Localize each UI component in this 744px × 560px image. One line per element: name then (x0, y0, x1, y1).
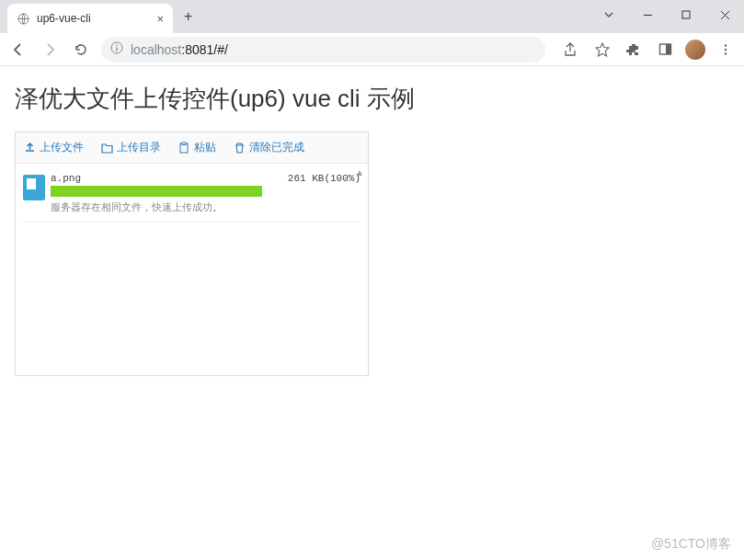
address-bar[interactable]: localhost:8081/#/ (101, 37, 545, 63)
url-text: localhost:8081/#/ (131, 42, 228, 57)
page-title: 泽优大文件上传控件(up6) vue cli 示例 (15, 83, 729, 115)
svg-point-3 (116, 45, 118, 47)
file-name: a.png (51, 173, 81, 184)
browser-tab[interactable]: up6-vue-cli × (7, 4, 173, 33)
file-list[interactable]: ▲ a.png 261 KB(100%) 服务器存在相同文件，快速上传成功。 (16, 164, 368, 375)
svg-rect-0 (682, 11, 690, 18)
menu-icon[interactable] (715, 43, 737, 56)
close-button[interactable] (705, 0, 744, 29)
globe-icon (17, 12, 29, 25)
chevron-down-icon[interactable] (589, 0, 628, 29)
browser-toolbar: localhost:8081/#/ (0, 33, 744, 66)
upload-panel: 上传文件 上传目录 粘贴 清除已完成 ▲ (15, 131, 369, 376)
minimize-button[interactable] (628, 0, 667, 29)
scroll-up-icon[interactable]: ▲ (355, 167, 364, 177)
tab-title: up6-vue-cli (37, 12, 149, 25)
progress-track (51, 186, 262, 197)
page-content: 泽优大文件上传控件(up6) vue cli 示例 上传文件 上传目录 粘贴 (0, 66, 744, 393)
back-button[interactable] (7, 42, 29, 57)
star-icon[interactable] (591, 42, 613, 57)
extensions-icon[interactable] (623, 42, 645, 57)
reload-button[interactable] (70, 42, 92, 57)
avatar[interactable] (685, 40, 705, 60)
window-controls (589, 0, 744, 29)
svg-point-8 (725, 52, 727, 54)
watermark: @51CTO博客 (651, 536, 731, 553)
clear-done-button[interactable]: 清除已完成 (233, 140, 304, 155)
svg-point-7 (725, 48, 727, 50)
folder-icon (100, 142, 113, 154)
svg-point-6 (725, 44, 727, 46)
upload-dir-button[interactable]: 上传目录 (100, 140, 161, 155)
file-icon (23, 175, 45, 200)
svg-rect-5 (666, 44, 671, 54)
share-icon[interactable] (560, 42, 582, 57)
maximize-button[interactable] (667, 0, 705, 29)
file-size: 261 KB(100%) (288, 173, 361, 184)
upload-icon (23, 142, 36, 154)
svg-rect-10 (182, 143, 186, 145)
panel-icon[interactable] (654, 42, 676, 56)
new-tab-button[interactable]: + (178, 8, 198, 25)
upload-file-button[interactable]: 上传文件 (23, 140, 84, 155)
file-status: 服务器存在相同文件，快速上传成功。 (51, 200, 361, 214)
panel-toolbar: 上传文件 上传目录 粘贴 清除已完成 (16, 132, 368, 164)
progress-bar (51, 186, 262, 197)
paste-button[interactable]: 粘贴 (177, 140, 216, 155)
file-item: a.png 261 KB(100%) 服务器存在相同文件，快速上传成功。 (23, 169, 361, 223)
info-icon (110, 41, 123, 57)
clear-icon (233, 142, 246, 154)
forward-button[interactable] (39, 42, 61, 57)
clipboard-icon (177, 142, 190, 154)
close-icon[interactable]: × (156, 12, 164, 26)
